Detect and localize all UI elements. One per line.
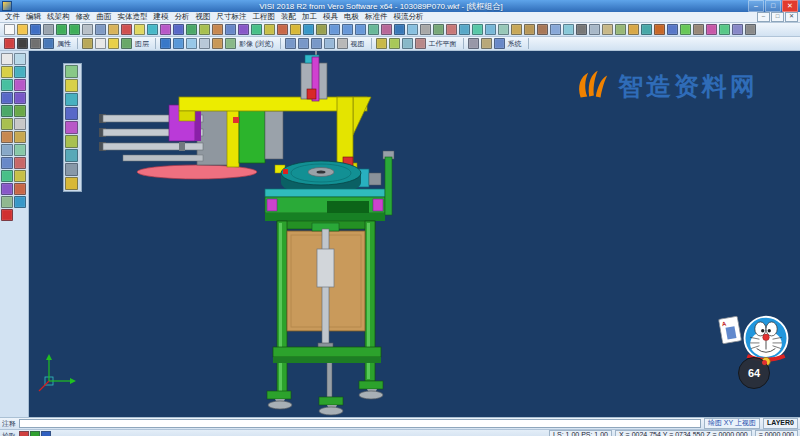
- hide-entity-icon[interactable]: [420, 24, 431, 35]
- analysis-curvature-icon[interactable]: [706, 24, 717, 35]
- rotate-icon[interactable]: [264, 24, 275, 35]
- surface-sweep-icon[interactable]: [485, 24, 496, 35]
- draw-text-icon[interactable]: [14, 118, 26, 130]
- redo-icon[interactable]: [69, 24, 80, 35]
- layer-list-icon[interactable]: [82, 38, 93, 49]
- view-side-icon[interactable]: [311, 38, 322, 49]
- cpl-face-icon[interactable]: [389, 38, 400, 49]
- view-iso-icon[interactable]: [324, 38, 335, 49]
- database-icon[interactable]: [481, 38, 492, 49]
- trim-icon[interactable]: [212, 24, 223, 35]
- circle-icon[interactable]: [173, 24, 184, 35]
- command-input[interactable]: [19, 419, 701, 428]
- toolpath-icon[interactable]: [667, 24, 678, 35]
- cpl-reset-icon[interactable]: [415, 38, 426, 49]
- linetype-chip-icon[interactable]: [41, 431, 51, 436]
- graphics-viewport[interactable]: 智造资料网 A: [29, 51, 800, 417]
- dynamic-pan-icon[interactable]: [225, 38, 236, 49]
- menu-item-电极[interactable]: 电极: [341, 12, 362, 22]
- pattern-icon[interactable]: [615, 24, 626, 35]
- cpl-xy-icon[interactable]: [376, 38, 387, 49]
- cpl-3points-icon[interactable]: [402, 38, 413, 49]
- mirror-icon[interactable]: [238, 24, 249, 35]
- palette-surface-icon[interactable]: [65, 149, 78, 162]
- transform-scale-icon[interactable]: [14, 183, 26, 195]
- minimize-button[interactable]: –: [748, 0, 764, 12]
- scale-icon[interactable]: [277, 24, 288, 35]
- doc-minimize-button[interactable]: –: [757, 12, 770, 22]
- transform-rotate-icon[interactable]: [14, 170, 26, 182]
- options-icon[interactable]: [745, 24, 756, 35]
- modify-offset-icon[interactable]: [1, 157, 13, 169]
- draft-angle-icon[interactable]: [602, 24, 613, 35]
- modify-fillet-icon[interactable]: [1, 144, 13, 156]
- menu-item-装配[interactable]: 装配: [278, 12, 299, 22]
- layers-icon[interactable]: [316, 24, 327, 35]
- shaded-view-icon[interactable]: [394, 24, 405, 35]
- post-process-icon[interactable]: [693, 24, 704, 35]
- solid-cylinder-icon[interactable]: [524, 24, 535, 35]
- draw-polygon-icon[interactable]: [14, 105, 26, 117]
- layer-new-icon[interactable]: [95, 38, 106, 49]
- palette-arc-icon[interactable]: [65, 121, 78, 134]
- solid-box-icon[interactable]: [511, 24, 522, 35]
- close-button[interactable]: ✕: [782, 0, 798, 12]
- assembly-icon[interactable]: [628, 24, 639, 35]
- shaded-edges-icon[interactable]: [173, 38, 184, 49]
- surface-extrude-icon[interactable]: [459, 24, 470, 35]
- hidden-line-icon[interactable]: [199, 38, 210, 49]
- cut-icon[interactable]: [82, 24, 93, 35]
- menu-item-建模[interactable]: 建模: [151, 12, 172, 22]
- help-icon[interactable]: [494, 38, 505, 49]
- modify-chamfer-icon[interactable]: [14, 144, 26, 156]
- menu-item-尺寸标注[interactable]: 尺寸标注: [214, 12, 250, 22]
- menu-item-模流分析[interactable]: 模流分析: [391, 12, 427, 22]
- draw-ellipse-icon[interactable]: [14, 92, 26, 104]
- menu-item-标准件[interactable]: 标准件: [362, 12, 391, 22]
- palette-point-icon[interactable]: [65, 79, 78, 92]
- system-settings-icon[interactable]: [468, 38, 479, 49]
- menu-item-视图[interactable]: 视图: [193, 12, 214, 22]
- open-file-icon[interactable]: [17, 24, 28, 35]
- transform-mirror-icon[interactable]: [1, 183, 13, 195]
- dimension-tool-icon[interactable]: [14, 196, 26, 208]
- chamfer-3d-icon[interactable]: [563, 24, 574, 35]
- spline-icon[interactable]: [199, 24, 210, 35]
- fillet-3d-icon[interactable]: [550, 24, 561, 35]
- palette-curve-icon[interactable]: [65, 135, 78, 148]
- draw-point-icon[interactable]: [1, 66, 13, 78]
- layer-indicator[interactable]: LAYER0: [763, 418, 798, 429]
- rectangle-icon[interactable]: [186, 24, 197, 35]
- measure-icon[interactable]: [290, 24, 301, 35]
- view-top-icon[interactable]: [285, 38, 296, 49]
- menu-item-文件[interactable]: 文件: [2, 12, 23, 22]
- entity-color-chip-icon[interactable]: [19, 431, 29, 436]
- line-icon[interactable]: [147, 24, 158, 35]
- menu-item-模具[interactable]: 模具: [320, 12, 341, 22]
- paste-icon[interactable]: [108, 24, 119, 35]
- simulate-icon[interactable]: [680, 24, 691, 35]
- new-file-icon[interactable]: [4, 24, 15, 35]
- save-file-icon[interactable]: [30, 24, 41, 35]
- doc-restore-button[interactable]: □: [771, 12, 784, 22]
- palette-line-icon[interactable]: [65, 93, 78, 106]
- modify-trim-icon[interactable]: [1, 131, 13, 143]
- layer-current-icon[interactable]: [121, 38, 132, 49]
- surface-revolve-icon[interactable]: [472, 24, 483, 35]
- draw-arc-icon[interactable]: [14, 79, 26, 91]
- print-icon[interactable]: [43, 24, 54, 35]
- modify-extend-icon[interactable]: [14, 131, 26, 143]
- menu-item-修改[interactable]: 修改: [73, 12, 94, 22]
- shaded-icon[interactable]: [160, 38, 171, 49]
- top-tool-head[interactable]: [301, 51, 327, 101]
- wireframe-view-icon[interactable]: [407, 24, 418, 35]
- move-icon[interactable]: [251, 24, 262, 35]
- wireframe-icon[interactable]: [186, 38, 197, 49]
- delete-icon[interactable]: [121, 24, 132, 35]
- draw-rectangle-icon[interactable]: [1, 105, 13, 117]
- palette-measure-icon[interactable]: [65, 177, 78, 190]
- draw-spline-icon[interactable]: [1, 118, 13, 130]
- palette-circle-icon[interactable]: [65, 107, 78, 120]
- doc-close-button[interactable]: ✕: [785, 12, 798, 22]
- hole-wizard-icon[interactable]: [576, 24, 587, 35]
